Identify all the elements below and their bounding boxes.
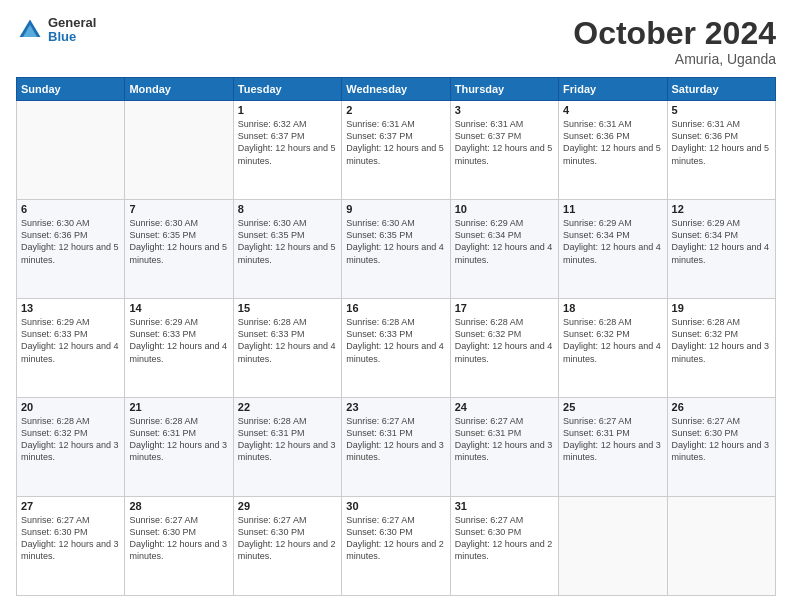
day-detail: Sunrise: 6:29 AM Sunset: 6:34 PM Dayligh…	[563, 218, 661, 264]
day-detail: Sunrise: 6:28 AM Sunset: 6:33 PM Dayligh…	[238, 317, 336, 363]
day-detail: Sunrise: 6:29 AM Sunset: 6:34 PM Dayligh…	[455, 218, 553, 264]
calendar-cell: 24Sunrise: 6:27 AM Sunset: 6:31 PM Dayli…	[450, 398, 558, 497]
day-number: 3	[455, 104, 554, 116]
day-number: 13	[21, 302, 120, 314]
day-detail: Sunrise: 6:29 AM Sunset: 6:33 PM Dayligh…	[129, 317, 227, 363]
day-number: 10	[455, 203, 554, 215]
day-detail: Sunrise: 6:30 AM Sunset: 6:35 PM Dayligh…	[346, 218, 444, 264]
day-number: 27	[21, 500, 120, 512]
day-detail: Sunrise: 6:29 AM Sunset: 6:33 PM Dayligh…	[21, 317, 119, 363]
day-number: 25	[563, 401, 662, 413]
day-number: 6	[21, 203, 120, 215]
day-detail: Sunrise: 6:30 AM Sunset: 6:35 PM Dayligh…	[238, 218, 336, 264]
day-number: 18	[563, 302, 662, 314]
day-number: 19	[672, 302, 771, 314]
day-number: 4	[563, 104, 662, 116]
calendar-cell: 15Sunrise: 6:28 AM Sunset: 6:33 PM Dayli…	[233, 299, 341, 398]
calendar-cell: 11Sunrise: 6:29 AM Sunset: 6:34 PM Dayli…	[559, 200, 667, 299]
day-detail: Sunrise: 6:29 AM Sunset: 6:34 PM Dayligh…	[672, 218, 770, 264]
day-detail: Sunrise: 6:30 AM Sunset: 6:35 PM Dayligh…	[129, 218, 227, 264]
calendar-cell: 6Sunrise: 6:30 AM Sunset: 6:36 PM Daylig…	[17, 200, 125, 299]
day-number: 1	[238, 104, 337, 116]
day-number: 5	[672, 104, 771, 116]
day-number: 9	[346, 203, 445, 215]
month-title: October 2024	[573, 16, 776, 51]
day-detail: Sunrise: 6:27 AM Sunset: 6:30 PM Dayligh…	[21, 515, 119, 561]
calendar-cell: 12Sunrise: 6:29 AM Sunset: 6:34 PM Dayli…	[667, 200, 775, 299]
day-detail: Sunrise: 6:30 AM Sunset: 6:36 PM Dayligh…	[21, 218, 119, 264]
logo-text: General Blue	[48, 16, 96, 45]
weekday-header-monday: Monday	[125, 78, 233, 101]
day-number: 2	[346, 104, 445, 116]
weekday-header-row: SundayMondayTuesdayWednesdayThursdayFrid…	[17, 78, 776, 101]
day-detail: Sunrise: 6:28 AM Sunset: 6:33 PM Dayligh…	[346, 317, 444, 363]
day-detail: Sunrise: 6:28 AM Sunset: 6:32 PM Dayligh…	[563, 317, 661, 363]
day-number: 8	[238, 203, 337, 215]
day-number: 28	[129, 500, 228, 512]
calendar-cell	[125, 101, 233, 200]
day-detail: Sunrise: 6:27 AM Sunset: 6:30 PM Dayligh…	[129, 515, 227, 561]
calendar-cell: 25Sunrise: 6:27 AM Sunset: 6:31 PM Dayli…	[559, 398, 667, 497]
calendar-cell: 26Sunrise: 6:27 AM Sunset: 6:30 PM Dayli…	[667, 398, 775, 497]
calendar-cell: 28Sunrise: 6:27 AM Sunset: 6:30 PM Dayli…	[125, 497, 233, 596]
day-detail: Sunrise: 6:31 AM Sunset: 6:37 PM Dayligh…	[455, 119, 553, 165]
day-detail: Sunrise: 6:28 AM Sunset: 6:31 PM Dayligh…	[238, 416, 336, 462]
day-detail: Sunrise: 6:27 AM Sunset: 6:30 PM Dayligh…	[346, 515, 444, 561]
header: General Blue October 2024 Amuria, Uganda	[16, 16, 776, 67]
day-number: 14	[129, 302, 228, 314]
weekday-header-saturday: Saturday	[667, 78, 775, 101]
day-number: 20	[21, 401, 120, 413]
calendar-cell: 16Sunrise: 6:28 AM Sunset: 6:33 PM Dayli…	[342, 299, 450, 398]
calendar-cell: 30Sunrise: 6:27 AM Sunset: 6:30 PM Dayli…	[342, 497, 450, 596]
calendar-cell: 7Sunrise: 6:30 AM Sunset: 6:35 PM Daylig…	[125, 200, 233, 299]
calendar-cell: 29Sunrise: 6:27 AM Sunset: 6:30 PM Dayli…	[233, 497, 341, 596]
weekday-header-thursday: Thursday	[450, 78, 558, 101]
day-number: 15	[238, 302, 337, 314]
day-detail: Sunrise: 6:28 AM Sunset: 6:32 PM Dayligh…	[455, 317, 553, 363]
day-detail: Sunrise: 6:28 AM Sunset: 6:31 PM Dayligh…	[129, 416, 227, 462]
day-number: 31	[455, 500, 554, 512]
day-detail: Sunrise: 6:28 AM Sunset: 6:32 PM Dayligh…	[672, 317, 770, 363]
title-block: October 2024 Amuria, Uganda	[573, 16, 776, 67]
day-number: 30	[346, 500, 445, 512]
week-row-1: 1Sunrise: 6:32 AM Sunset: 6:37 PM Daylig…	[17, 101, 776, 200]
weekday-header-tuesday: Tuesday	[233, 78, 341, 101]
day-detail: Sunrise: 6:27 AM Sunset: 6:31 PM Dayligh…	[346, 416, 444, 462]
calendar-cell: 5Sunrise: 6:31 AM Sunset: 6:36 PM Daylig…	[667, 101, 775, 200]
page: General Blue October 2024 Amuria, Uganda…	[0, 0, 792, 612]
day-detail: Sunrise: 6:31 AM Sunset: 6:37 PM Dayligh…	[346, 119, 444, 165]
day-detail: Sunrise: 6:28 AM Sunset: 6:32 PM Dayligh…	[21, 416, 119, 462]
calendar-cell: 22Sunrise: 6:28 AM Sunset: 6:31 PM Dayli…	[233, 398, 341, 497]
calendar-cell: 4Sunrise: 6:31 AM Sunset: 6:36 PM Daylig…	[559, 101, 667, 200]
logo-general: General	[48, 16, 96, 30]
calendar-cell: 13Sunrise: 6:29 AM Sunset: 6:33 PM Dayli…	[17, 299, 125, 398]
calendar-cell: 23Sunrise: 6:27 AM Sunset: 6:31 PM Dayli…	[342, 398, 450, 497]
weekday-header-wednesday: Wednesday	[342, 78, 450, 101]
logo-blue: Blue	[48, 30, 96, 44]
week-row-2: 6Sunrise: 6:30 AM Sunset: 6:36 PM Daylig…	[17, 200, 776, 299]
day-number: 23	[346, 401, 445, 413]
day-detail: Sunrise: 6:27 AM Sunset: 6:31 PM Dayligh…	[563, 416, 661, 462]
day-detail: Sunrise: 6:31 AM Sunset: 6:36 PM Dayligh…	[672, 119, 770, 165]
day-number: 12	[672, 203, 771, 215]
calendar-cell: 31Sunrise: 6:27 AM Sunset: 6:30 PM Dayli…	[450, 497, 558, 596]
day-number: 24	[455, 401, 554, 413]
calendar-cell: 14Sunrise: 6:29 AM Sunset: 6:33 PM Dayli…	[125, 299, 233, 398]
calendar-cell	[17, 101, 125, 200]
day-detail: Sunrise: 6:27 AM Sunset: 6:30 PM Dayligh…	[672, 416, 770, 462]
day-number: 26	[672, 401, 771, 413]
calendar-cell: 21Sunrise: 6:28 AM Sunset: 6:31 PM Dayli…	[125, 398, 233, 497]
calendar-cell	[667, 497, 775, 596]
day-number: 17	[455, 302, 554, 314]
logo-icon	[16, 16, 44, 44]
week-row-3: 13Sunrise: 6:29 AM Sunset: 6:33 PM Dayli…	[17, 299, 776, 398]
calendar-cell: 17Sunrise: 6:28 AM Sunset: 6:32 PM Dayli…	[450, 299, 558, 398]
calendar-cell: 19Sunrise: 6:28 AM Sunset: 6:32 PM Dayli…	[667, 299, 775, 398]
calendar-cell: 3Sunrise: 6:31 AM Sunset: 6:37 PM Daylig…	[450, 101, 558, 200]
day-detail: Sunrise: 6:27 AM Sunset: 6:30 PM Dayligh…	[238, 515, 336, 561]
day-number: 7	[129, 203, 228, 215]
day-number: 11	[563, 203, 662, 215]
day-detail: Sunrise: 6:32 AM Sunset: 6:37 PM Dayligh…	[238, 119, 336, 165]
calendar-table: SundayMondayTuesdayWednesdayThursdayFrid…	[16, 77, 776, 596]
weekday-header-friday: Friday	[559, 78, 667, 101]
